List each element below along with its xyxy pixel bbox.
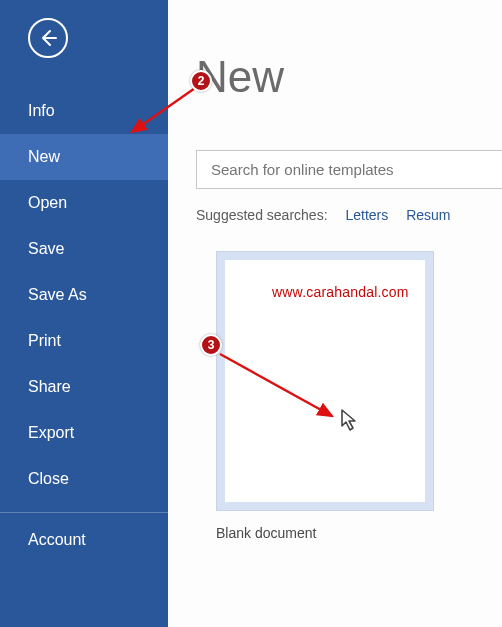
page-title: New: [196, 52, 502, 102]
sidebar-menu: Info New Open Save Save As Print Share E…: [0, 88, 168, 563]
sidebar-item-share[interactable]: Share: [0, 364, 168, 410]
template-label: Blank document: [216, 525, 434, 541]
sidebar-item-account[interactable]: Account: [0, 517, 168, 563]
sidebar-item-new[interactable]: New: [0, 134, 168, 180]
template-search-input[interactable]: [196, 150, 502, 189]
sidebar-item-info[interactable]: Info: [0, 88, 168, 134]
sidebar-item-save[interactable]: Save: [0, 226, 168, 272]
annotation-callout-3: 3: [200, 334, 222, 356]
main-panel: New Suggested searches: Letters Resum Bl…: [168, 0, 502, 627]
sidebar-item-export[interactable]: Export: [0, 410, 168, 456]
sidebar-item-close[interactable]: Close: [0, 456, 168, 502]
annotation-callout-2: 2: [190, 70, 212, 92]
sidebar-item-open[interactable]: Open: [0, 180, 168, 226]
suggested-searches: Suggested searches: Letters Resum: [196, 207, 502, 223]
sidebar-item-print[interactable]: Print: [0, 318, 168, 364]
sidebar-divider: [0, 512, 168, 513]
sidebar-item-save-as[interactable]: Save As: [0, 272, 168, 318]
suggested-link-letters[interactable]: Letters: [345, 207, 388, 223]
arrow-left-icon: [38, 28, 58, 48]
suggested-link-resume[interactable]: Resum: [406, 207, 450, 223]
watermark-text: www.carahandal.com: [272, 284, 409, 300]
backstage-sidebar: Info New Open Save Save As Print Share E…: [0, 0, 168, 627]
back-button[interactable]: [28, 18, 68, 58]
suggested-label: Suggested searches:: [196, 207, 328, 223]
mouse-cursor-icon: [340, 408, 360, 432]
